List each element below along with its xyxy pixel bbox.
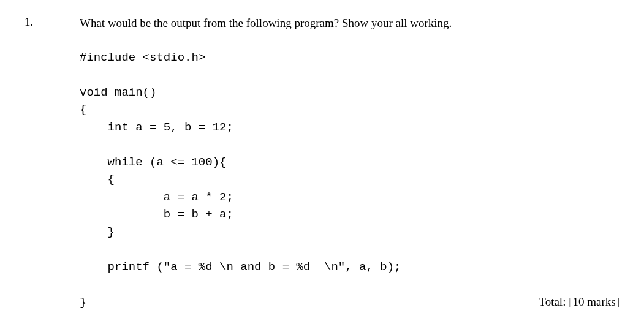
total-marks: Total: [10 marks] <box>539 293 619 311</box>
last-line-row: }Total: [10 marks] <box>80 293 619 312</box>
code-block: #include <stdio.h> void main() { int a =… <box>80 49 619 312</box>
code-line: { <box>80 103 86 116</box>
code-line: void main() <box>80 86 156 99</box>
code-line: a = a * 2; <box>80 190 233 204</box>
code-line: printf ("a = %d \n and b = %d \n", a, b)… <box>80 260 401 274</box>
question-container: 1. What would be the output from the fol… <box>25 15 619 311</box>
code-line: int a = 5, b = 12; <box>80 121 233 134</box>
code-line: } <box>80 225 115 239</box>
question-prompt: What would be the output from the follow… <box>80 15 619 32</box>
code-line: #include <stdio.h> <box>80 51 205 64</box>
question-number: 1. <box>25 15 80 29</box>
code-line: while (a <= 100){ <box>80 156 226 169</box>
code-line: { <box>80 173 115 186</box>
question-body: What would be the output from the follow… <box>80 15 619 311</box>
code-line: b = b + a; <box>80 208 233 221</box>
code-line: } <box>80 294 86 312</box>
